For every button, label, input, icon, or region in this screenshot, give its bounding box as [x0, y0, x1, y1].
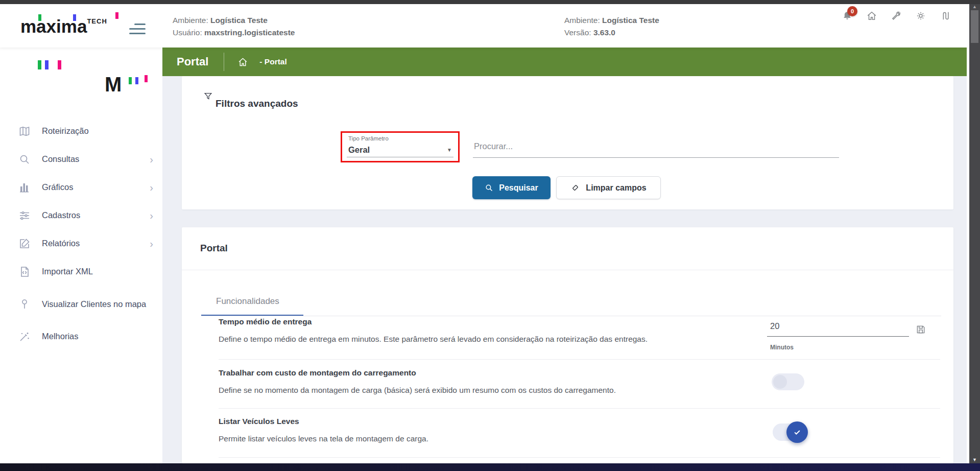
- sidebar-item-relatorios[interactable]: Relatórios ›: [0, 229, 162, 257]
- setting-title: Listar Veículos Leves: [219, 417, 299, 426]
- file-code-icon: [18, 266, 31, 278]
- scroll-up-arrow[interactable]: ▲: [969, 4, 980, 9]
- minutes-field-wrap: [767, 319, 909, 337]
- chevron-right-icon: ›: [150, 239, 153, 249]
- main-content: Portal - Portal Filtros avançados Tipo P…: [162, 48, 967, 463]
- notification-badge: 0: [847, 6, 857, 16]
- sidebar-menu: Roteirização Consultas › Gráficos › Cada…: [0, 117, 162, 350]
- save-icon[interactable]: [916, 324, 926, 337]
- logo-tick-green: [38, 14, 41, 21]
- section-divider: [182, 270, 953, 270]
- environment-user-info: Ambiente: Logística Teste Usuário: maxst…: [173, 14, 295, 39]
- sidebar-logo-bar-blue: [45, 60, 49, 69]
- ambiente-label-2: Ambiente:: [564, 16, 600, 25]
- search-input[interactable]: [473, 138, 839, 158]
- chevron-right-icon: ›: [150, 210, 153, 221]
- taskbar-strip: [0, 463, 980, 471]
- route-icon[interactable]: [940, 10, 951, 21]
- chevron-down-icon[interactable]: ▼: [447, 147, 452, 153]
- chevron-right-icon: ›: [150, 182, 153, 193]
- sidebar-logo-mini-green: [129, 77, 132, 84]
- tab-divider: [201, 316, 941, 316]
- sidebar-item-roteirizacao[interactable]: Roteirização: [0, 117, 162, 145]
- sliders-icon: [18, 209, 31, 222]
- filter-funnel-icon: [203, 91, 213, 103]
- setting-description: Permite listar veículos leves na tela de…: [219, 434, 428, 443]
- edit-icon: [18, 238, 31, 250]
- toggle-listar-veiculos-on[interactable]: [773, 423, 806, 441]
- portal-card: Portal Funcionalidades Tempo médio de en…: [182, 227, 953, 463]
- sidebar-item-visualizar-clientes[interactable]: Visualizar Clientes no mapa: [0, 286, 162, 322]
- page-bar-divider: [224, 53, 224, 71]
- sidebar-item-cadastros[interactable]: Cadastros ›: [0, 201, 162, 229]
- param-type-label: Tipo Parâmetro: [348, 135, 389, 142]
- toggle-knob: [773, 375, 787, 389]
- sidebar-item-melhorias[interactable]: Melhorias: [0, 322, 162, 350]
- browser-top-strip: [0, 0, 980, 4]
- filters-title: Filtros avançados: [216, 98, 298, 109]
- scrollbar-thumb[interactable]: [971, 10, 978, 43]
- param-type-select[interactable]: Geral: [348, 145, 370, 155]
- sidebar-logo-mini-pink: [145, 75, 148, 82]
- browser-scrollbar[interactable]: ▲ ▼: [969, 4, 980, 463]
- scroll-down-arrow[interactable]: ▼: [969, 457, 980, 462]
- sidebar-logo-bar-pink: [58, 60, 61, 69]
- search-button[interactable]: Pesquisar: [472, 176, 551, 199]
- notifications-bell-icon[interactable]: 0: [842, 10, 853, 21]
- clear-fields-button[interactable]: Limpar campos: [556, 176, 661, 199]
- setting-description: Define o tempo médio de entrega em minut…: [219, 335, 648, 344]
- home-icon[interactable]: [866, 10, 877, 21]
- param-type-underline: [347, 157, 453, 157]
- toggle-custo-montagem-off[interactable]: [772, 373, 804, 390]
- ambiente-value: Logística Teste: [210, 16, 268, 25]
- setting-description: Define se no momento da montagem de carg…: [219, 386, 616, 395]
- map-icon: [18, 125, 31, 137]
- sidebar: M Roteirização Consultas › Gráficos › Ca…: [0, 48, 162, 463]
- setting-title: Trabalhar com custo de montagem do carre…: [219, 368, 416, 378]
- search-button-label: Pesquisar: [499, 183, 538, 193]
- sidebar-logo-m: M: [105, 74, 122, 95]
- versao-value: 3.63.0: [593, 28, 615, 37]
- minutes-input[interactable]: [767, 319, 909, 337]
- breadcrumb-home-icon[interactable]: [237, 57, 248, 67]
- logo-tick-pink: [115, 12, 118, 19]
- sidebar-item-label: Importar XML: [42, 266, 153, 277]
- row-divider: [219, 457, 940, 458]
- sidebar-item-label: Relatórios: [42, 238, 147, 249]
- filters-card: Filtros avançados Tipo Parâmetro Geral ▼…: [182, 76, 953, 209]
- sidebar-item-label: Gráficos: [42, 182, 147, 193]
- settings-gear-icon[interactable]: [915, 10, 926, 21]
- tab-funcionalidades[interactable]: Funcionalidades: [216, 296, 279, 307]
- portal-section-title: Portal: [200, 243, 228, 254]
- wrench-icon[interactable]: [891, 10, 902, 21]
- search-icon: [18, 153, 31, 166]
- app-window: maximaTECH Ambiente: Logística Teste Usu…: [0, 0, 980, 471]
- map-pin-icon: [18, 298, 31, 310]
- sidebar-item-label: Roteirização: [42, 126, 153, 136]
- row-divider: [219, 359, 940, 360]
- chevron-right-icon: ›: [150, 154, 153, 164]
- minutes-unit-label: Minutos: [770, 344, 794, 351]
- clear-fields-button-label: Limpar campos: [586, 183, 646, 193]
- bar-chart-icon: [18, 181, 31, 194]
- logo-word: maxima: [20, 16, 87, 36]
- sidebar-item-importar-xml[interactable]: Importar XML: [0, 257, 162, 286]
- menu-toggle-icon[interactable]: [129, 23, 146, 36]
- header-action-icons: 0: [842, 10, 951, 21]
- sidebar-logo-bar-green: [38, 60, 41, 69]
- logo-suffix: TECH: [87, 17, 107, 25]
- sidebar-item-label: Consultas: [42, 154, 147, 164]
- sidebar-item-label: Melhorias: [42, 331, 153, 342]
- usuario-label: Usuário:: [173, 28, 202, 37]
- page-title: Portal: [177, 55, 208, 68]
- sidebar-logo-mini-blue: [135, 77, 138, 84]
- search-field-wrap: [473, 138, 839, 158]
- versao-label: Versão:: [564, 28, 591, 37]
- usuario-value: maxstring.logisticateste: [204, 28, 295, 37]
- magic-wand-icon: [18, 331, 31, 343]
- setting-title: Tempo médio de entrega: [219, 317, 312, 326]
- sidebar-item-graficos[interactable]: Gráficos ›: [0, 173, 162, 201]
- sidebar-item-consultas[interactable]: Consultas ›: [0, 145, 162, 173]
- ambiente-value-2: Logística Teste: [602, 16, 659, 25]
- highlight-box: Tipo Parâmetro Geral ▼: [341, 131, 460, 162]
